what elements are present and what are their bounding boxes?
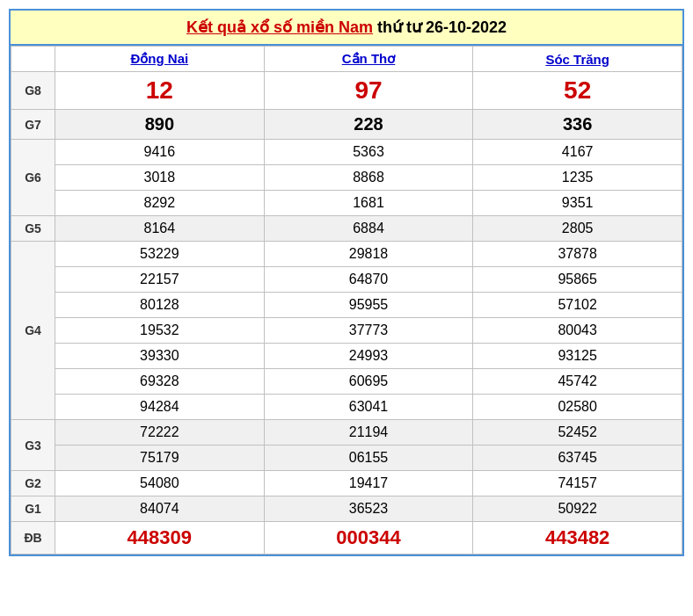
header-col1: Đồng Nai [55,47,265,72]
cell-value: 95865 [473,267,682,293]
cell-value: 63745 [473,446,682,471]
cell-value: 36523 [264,496,473,522]
cell-value: 37773 [264,318,473,344]
cell-value: 06155 [264,446,473,471]
cell-value: 000344 [264,522,473,554]
cell-value: 37878 [473,242,682,267]
table-row: 829216819351 [11,191,682,216]
cell-value: 52 [473,72,682,110]
table-row: G3722222119452452 [11,420,682,446]
cell-value: 443482 [473,522,682,554]
cell-value: 84074 [55,496,265,522]
table-row: 221576487095865 [11,267,682,293]
header-row: Đồng Nai Cần Thơ Sóc Trăng [11,47,682,72]
group-label: G2 [11,471,55,496]
table-row: 393302499393125 [11,344,682,369]
table-row: 301888681235 [11,165,682,191]
table-row: G2540801941774157 [11,471,682,496]
cell-value: 63041 [264,395,473,420]
lottery-result-container: Kết quả xổ số miền Nam thứ tư 26-10-2022… [9,9,684,556]
cell-value: 5363 [264,140,473,165]
cell-value: 2805 [473,216,682,242]
cell-value: 53229 [55,242,265,267]
header-col3: Sóc Trăng [473,47,682,72]
header-col2: Cần Thơ [264,47,473,72]
table-row: G4532292981837878 [11,242,682,267]
cell-value: 9416 [55,140,265,165]
cell-value: 12 [55,72,265,110]
cell-value: 22157 [55,267,265,293]
cell-value: 29818 [264,242,473,267]
cell-value: 336 [473,110,682,140]
group-label: G7 [11,110,55,140]
cell-value: 1235 [473,165,682,191]
cell-value: 57102 [473,293,682,318]
cell-value: 94284 [55,395,265,420]
table-row: ĐB448309000344443482 [11,522,682,554]
cell-value: 52452 [473,420,682,446]
cell-value: 80128 [55,293,265,318]
cell-value: 64870 [264,267,473,293]
cell-value: 228 [264,110,473,140]
cell-value: 80043 [473,318,682,344]
group-label: G5 [11,216,55,242]
table-row: G5816468842805 [11,216,682,242]
cell-value: 75179 [55,446,265,471]
cell-value: 8164 [55,216,265,242]
cell-value: 60695 [264,369,473,395]
group-label: G6 [11,140,55,216]
title-suffix: thứ tư 26-10-2022 [373,18,507,36]
cell-value: 4167 [473,140,682,165]
cell-value: 97 [264,72,473,110]
table-row: G7890228336 [11,110,682,140]
soctrang-link[interactable]: Sóc Trăng [545,52,609,67]
title-highlight: Kết quả xổ số miền Nam [186,18,373,36]
cell-value: 448309 [55,522,265,554]
cell-value: 50922 [473,496,682,522]
table-body: G8129752G7890228336G69416536341673018886… [11,72,682,554]
cell-value: 9351 [473,191,682,216]
dongai-link[interactable]: Đồng Nai [130,51,188,66]
table-row: 693286069545742 [11,369,682,395]
table-row: 751790615563745 [11,446,682,471]
group-label: G8 [11,72,55,110]
group-label: G4 [11,242,55,420]
cell-value: 24993 [264,344,473,369]
cell-value: 3018 [55,165,265,191]
group-label: G1 [11,496,55,522]
cantho-link[interactable]: Cần Thơ [342,51,396,66]
table-row: G8129752 [11,72,682,110]
cell-value: 6884 [264,216,473,242]
results-table: Đồng Nai Cần Thơ Sóc Trăng G8129752G7890… [11,46,682,554]
header-empty [11,47,55,72]
group-label: G3 [11,420,55,471]
cell-value: 21194 [264,420,473,446]
cell-value: 8868 [264,165,473,191]
table-row: 195323777380043 [11,318,682,344]
title-bar: Kết quả xổ số miền Nam thứ tư 26-10-2022 [11,11,682,46]
cell-value: 8292 [55,191,265,216]
cell-value: 45742 [473,369,682,395]
table-row: 801289595557102 [11,293,682,318]
cell-value: 02580 [473,395,682,420]
cell-value: 19532 [55,318,265,344]
cell-value: 95955 [264,293,473,318]
table-row: G6941653634167 [11,140,682,165]
table-row: G1840743652350922 [11,496,682,522]
cell-value: 93125 [473,344,682,369]
table-row: 942846304102580 [11,395,682,420]
cell-value: 890 [55,110,265,140]
cell-value: 69328 [55,369,265,395]
cell-value: 1681 [264,191,473,216]
cell-value: 39330 [55,344,265,369]
cell-value: 74157 [473,471,682,496]
cell-value: 19417 [264,471,473,496]
cell-value: 54080 [55,471,265,496]
group-label: ĐB [11,522,55,554]
cell-value: 72222 [55,420,265,446]
